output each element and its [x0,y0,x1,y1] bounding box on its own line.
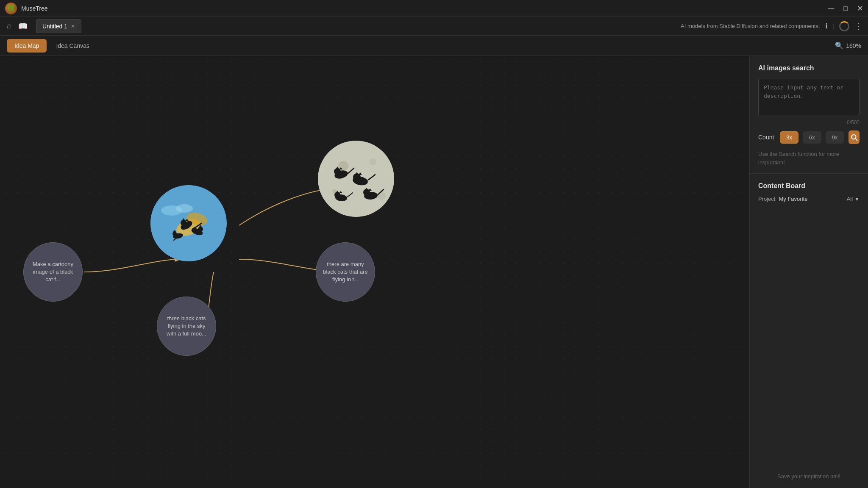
bottom-right-node-text: there are many black cats that are flyin… [316,242,375,302]
count-3x-button[interactable]: 3x [780,131,798,144]
count-9x-button[interactable]: 9x [826,131,844,144]
mid-node[interactable] [150,185,227,261]
home-icon[interactable]: ⌂ [5,20,13,32]
project-row: Project My Favorite All ▼ [758,196,860,202]
window-controls: ─ □ ✕ [828,6,863,11]
zoom-level: 160% [846,42,861,49]
top-right-node[interactable] [318,141,394,217]
info-icon[interactable]: ℹ [825,22,828,30]
save-hint-text: Save your inspiration ball! [777,473,840,480]
search-section: AI images search 0/500 Count 3x 6x 9x Us… [750,56,868,174]
minimize-button[interactable]: ─ [828,6,834,11]
zoom-icon: 🔍 [835,42,843,50]
mid-node-image [150,185,227,261]
close-button[interactable]: ✕ [857,6,863,11]
svg-point-19 [377,191,386,200]
loading-spinner [839,21,849,31]
maximize-button[interactable]: □ [843,6,849,11]
top-right-node-image [318,141,394,217]
root-node[interactable]: Make a cartoony image of a black cat f..… [23,242,83,302]
svg-point-6 [181,220,186,226]
book-icon[interactable]: 📖 [17,20,29,33]
tab-bar: ⌂ 📖 Untitled 1 ✕ AI models from Stable D… [0,17,868,36]
save-hint: Save your inspiration ball! [750,465,868,488]
content-board-title: Content Board [758,182,860,190]
main-layout: Make a cartoony image of a black cat f..… [0,56,868,488]
project-label: Project [758,196,775,202]
app-name: MuseTree [21,5,48,12]
dropdown-label: All [847,196,853,202]
menu-icon[interactable]: ⋮ [854,21,863,31]
idea-canvas-button[interactable]: Idea Canvas [48,39,97,53]
all-dropdown-button[interactable]: All ▼ [847,196,860,202]
tab-untitled-1[interactable]: Untitled 1 ✕ [36,19,81,33]
title-bar: 🌿 MuseTree ─ □ ✕ [0,0,868,17]
ai-info-text: AI models from Stable Diffusion and rela… [681,23,820,29]
search-icon-button[interactable] [849,130,860,144]
bottom-right-node[interactable]: there are many black cats that are flyin… [316,242,375,302]
svg-point-13 [172,232,177,236]
bottom-node-text: three black cats flying in the sky with … [157,297,216,356]
svg-point-17 [370,158,376,165]
tab-close-icon[interactable]: ✕ [71,23,75,29]
count-row: Count 3x 6x 9x [758,130,860,144]
blue-sky-cats-svg [150,185,227,261]
root-node-text: Make a cartoony image of a black cat f..… [23,242,83,302]
search-icon [850,133,858,141]
bottom-node[interactable]: three black cats flying in the sky with … [157,297,216,356]
char-count: 0/500 [758,119,860,125]
svg-point-2 [176,204,193,213]
canvas-area[interactable]: Make a cartoony image of a black cat f..… [0,56,749,488]
grey-moon-cats-svg [318,141,394,217]
tab-title: Untitled 1 [42,23,67,30]
search-section-title: AI images search [758,64,860,72]
content-board-section: Content Board Project My Favorite All ▼ [750,174,868,465]
app-logo: 🌿 [5,3,17,14]
svg-line-37 [855,139,857,140]
project-value: My Favorite [779,196,807,202]
hint-text: Use the Search function for more inspira… [758,150,860,166]
search-input[interactable] [758,78,860,116]
nav-icons: ⌂ 📖 [5,20,29,33]
count-label: Count [758,134,774,141]
zoom-indicator: 🔍 160% [835,42,861,50]
tab-bar-right: AI models from Stable Diffusion and rela… [681,21,863,31]
sub-nav: Idea Map Idea Canvas 🔍 160% [0,36,868,56]
chevron-down-icon: ▼ [854,196,860,202]
count-6x-button[interactable]: 6x [803,131,821,144]
idea-map-button[interactable]: Idea Map [7,39,47,53]
sidebar: AI images search 0/500 Count 3x 6x 9x Us… [749,56,868,488]
